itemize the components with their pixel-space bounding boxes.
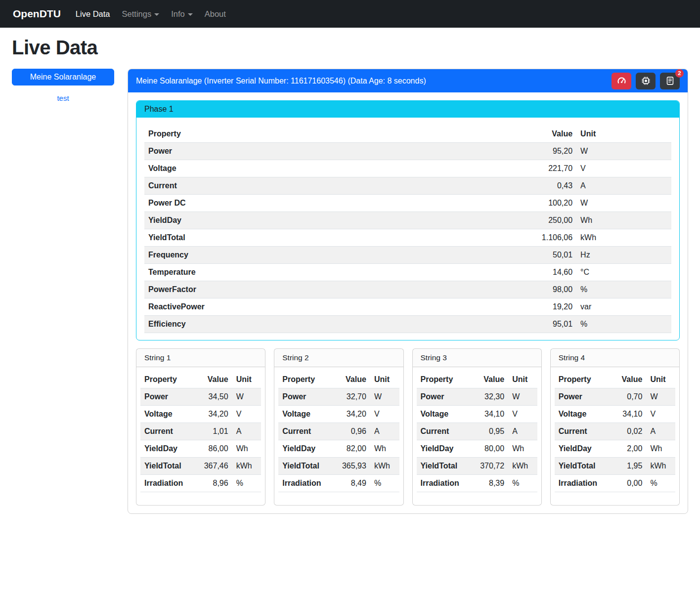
value-cell: 86,00 — [193, 440, 232, 458]
table-row: Voltage 221,70 V — [144, 160, 671, 177]
power-settings-button[interactable] — [636, 73, 656, 89]
value-cell: 95,01 — [466, 316, 576, 333]
table-row: YieldDay 86,00 Wh — [140, 440, 261, 458]
unit-cell: V — [370, 406, 399, 423]
column-header-value: Value — [608, 371, 646, 388]
column-header-unit: Unit — [576, 126, 671, 143]
unit-cell: Wh — [370, 440, 399, 458]
table-header-row: Property Value Unit — [555, 371, 675, 388]
column-header-value: Value — [466, 126, 576, 143]
value-cell: 221,70 — [466, 160, 576, 177]
property-cell: YieldTotal — [278, 458, 331, 475]
value-cell: 0,96 — [332, 423, 370, 440]
property-cell: YieldTotal — [144, 229, 466, 247]
table-row: Irradiation 0,00 % — [555, 475, 675, 492]
value-cell: 365,93 — [332, 458, 370, 475]
unit-cell: % — [508, 475, 537, 492]
unit-cell: A — [576, 177, 671, 195]
speedometer-icon — [617, 76, 626, 85]
string-card-4: String 4 Property Value Unit — [550, 348, 680, 506]
property-cell: Current — [555, 423, 608, 440]
page-container: Live Data Meine Solaranlage test Meine S… — [0, 28, 700, 519]
column-header-value: Value — [193, 371, 232, 388]
table-row: Power 32,70 W — [278, 388, 399, 406]
event-log-button[interactable]: 2 — [660, 73, 680, 89]
table-row: YieldDay 250,00 Wh — [144, 212, 671, 229]
inverter-select-test-link[interactable]: test — [12, 94, 114, 102]
unit-cell: % — [576, 281, 671, 298]
property-cell: Frequency — [144, 247, 466, 264]
column-header-value: Value — [470, 371, 508, 388]
brand-logo[interactable]: OpenDTU — [13, 8, 61, 20]
unit-cell: °C — [576, 264, 671, 281]
value-cell: 82,00 — [332, 440, 370, 458]
column-header-unit: Unit — [508, 371, 537, 388]
table-row: YieldDay 2,00 Wh — [555, 440, 675, 458]
string-card-body: Property Value Unit Power — [274, 367, 403, 505]
string-card-title: String 4 — [551, 349, 679, 367]
value-cell: 8,49 — [332, 475, 370, 492]
value-cell: 2,00 — [608, 440, 646, 458]
column-header-property: Property — [555, 371, 608, 388]
inverter-card-header: Meine Solaranlage (Inverter Serial Numbe… — [128, 69, 688, 92]
property-cell: YieldDay — [278, 440, 331, 458]
table-row: Power 32,30 W — [417, 388, 537, 406]
nav-item-live-data[interactable]: Live Data — [72, 5, 114, 23]
inverter-select-button[interactable]: Meine Solaranlage — [12, 69, 114, 85]
limit-settings-button[interactable] — [612, 73, 631, 89]
unit-cell: var — [576, 298, 671, 316]
table-row: YieldTotal 365,93 kWh — [278, 458, 399, 475]
value-cell: 0,70 — [608, 388, 646, 406]
table-row: Voltage 34,10 V — [555, 406, 675, 423]
table-row: Irradiation 8,49 % — [278, 475, 399, 492]
property-cell: YieldTotal — [417, 458, 470, 475]
unit-cell: % — [370, 475, 399, 492]
unit-cell: Wh — [646, 440, 675, 458]
string-card-title: String 1 — [136, 349, 265, 367]
nav-item-info[interactable]: Info — [167, 5, 197, 23]
table-row: Current 0,02 A — [555, 423, 675, 440]
property-cell: Irradiation — [278, 475, 331, 492]
property-cell: Current — [278, 423, 331, 440]
journal-icon — [665, 76, 675, 85]
unit-cell: kWh — [508, 458, 537, 475]
table-row: Temperature 14,60 °C — [144, 264, 671, 281]
property-cell: Current — [144, 177, 466, 195]
table-row: Voltage 34,10 V — [417, 406, 537, 423]
value-cell: 1,01 — [193, 423, 232, 440]
inverter-card: Meine Solaranlage (Inverter Serial Numbe… — [128, 69, 688, 514]
strings-row: String 1 Property Value Unit — [136, 348, 680, 506]
value-cell: 8,96 — [193, 475, 232, 492]
table-header-row: Property Value Unit — [140, 371, 261, 388]
value-cell: 367,46 — [193, 458, 232, 475]
column-header-property: Property — [417, 371, 470, 388]
inverter-card-title: Meine Solaranlage (Inverter Serial Numbe… — [136, 77, 426, 85]
property-cell: Current — [140, 423, 193, 440]
property-cell: YieldDay — [555, 440, 608, 458]
table-row: Power 0,70 W — [555, 388, 675, 406]
unit-cell: W — [646, 388, 675, 406]
unit-cell: V — [508, 406, 537, 423]
property-cell: Power — [417, 388, 470, 406]
value-cell: 34,50 — [193, 388, 232, 406]
unit-cell: W — [576, 143, 671, 160]
column-header-value: Value — [332, 371, 370, 388]
navbar: OpenDTU Live Data Settings Info About — [0, 0, 700, 28]
value-cell: 95,20 — [466, 143, 576, 160]
table-row: YieldDay 82,00 Wh — [278, 440, 399, 458]
property-cell: Voltage — [278, 406, 331, 423]
nav-item-about[interactable]: About — [201, 5, 230, 23]
string-table: Property Value Unit Power — [555, 371, 675, 492]
unit-cell: A — [508, 423, 537, 440]
value-cell: 32,30 — [470, 388, 508, 406]
table-row: Power 34,50 W — [140, 388, 261, 406]
unit-cell: % — [646, 475, 675, 492]
property-cell: Power — [555, 388, 608, 406]
property-cell: Voltage — [555, 406, 608, 423]
event-count-badge: 2 — [675, 69, 684, 78]
unit-cell: V — [232, 406, 262, 423]
value-cell: 0,43 — [466, 177, 576, 195]
property-cell: YieldTotal — [140, 458, 193, 475]
property-cell: Irradiation — [555, 475, 608, 492]
nav-item-settings[interactable]: Settings — [118, 5, 164, 23]
